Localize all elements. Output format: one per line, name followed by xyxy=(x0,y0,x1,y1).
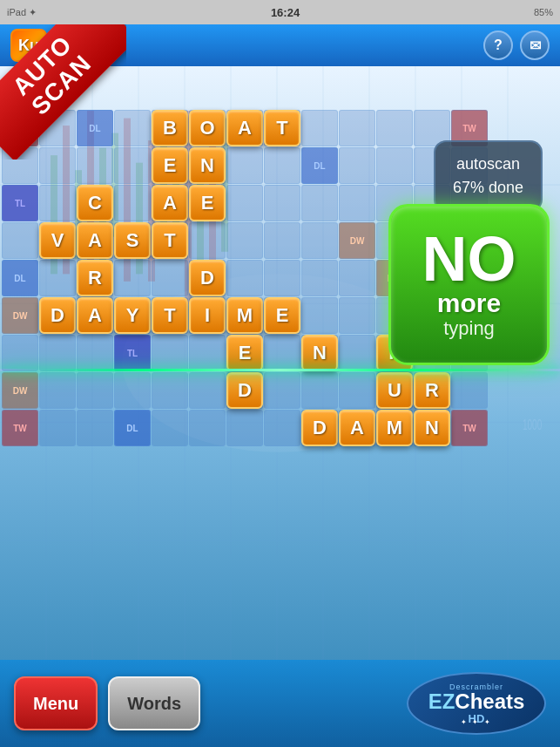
ez-text: EZ xyxy=(428,689,455,713)
tile-U-r13c10: U xyxy=(376,372,413,409)
tile-O-r6c5: O xyxy=(189,110,226,146)
tile-A-r6c6: A xyxy=(226,110,263,146)
cheats-text: Cheats xyxy=(455,689,524,713)
top-bar: Ku ? ✉ xyxy=(0,24,560,66)
status-time: 16:24 xyxy=(271,6,300,19)
special-cell-TL: TL xyxy=(2,185,38,221)
tile-M-r14c10: M xyxy=(376,410,413,446)
tile-R-r10c2: R xyxy=(77,260,113,296)
typing-label: typing xyxy=(443,316,495,342)
no-more-typing-button[interactable]: NO more typing xyxy=(388,204,550,365)
words-button[interactable]: Words xyxy=(108,676,200,730)
special-cell-TW: TW xyxy=(2,110,38,146)
tile-A-r9c2: A xyxy=(77,222,113,259)
mail-button[interactable]: ✉ xyxy=(520,31,550,60)
special-cell-TL: TL xyxy=(114,335,151,371)
game-area: 1000 1000 1000 autoscan 67% done NO more… xyxy=(0,66,560,660)
tile-Y-r11c3: Y xyxy=(114,297,151,334)
no-label: NO xyxy=(422,227,516,290)
tile-S-r9c3: S xyxy=(114,222,151,259)
tile-I-r11c5: I xyxy=(189,297,226,334)
tile-D-r13c6: D xyxy=(226,372,263,409)
bottom-bar: Menu Words Descrambler EZCheats HD ✦ ✦ ✦ xyxy=(0,660,560,747)
status-bar: iPad ✦ 16:24 85% xyxy=(0,0,560,24)
special-cell-TW: TW xyxy=(2,410,38,446)
status-battery: 85% xyxy=(534,7,553,17)
tile-C-r8c2: C xyxy=(77,185,113,221)
autoscan-text: autoscan 67% done xyxy=(453,155,523,196)
autoscan-bubble: autoscan 67% done xyxy=(434,140,543,212)
top-icons: ? ✉ xyxy=(476,31,550,60)
tile-N-r7c5: N xyxy=(189,147,226,184)
special-cell-TW: TW xyxy=(451,410,488,446)
tile-T-r11c4: T xyxy=(152,297,188,334)
ezcheats-logo: Descrambler EZCheats HD ✦ ✦ ✦ xyxy=(407,672,546,735)
app-logo: Ku xyxy=(10,29,47,62)
ezcheats-brand: EZCheats xyxy=(428,691,525,712)
tile-M-r11c6: M xyxy=(226,297,263,334)
tile-A-r8c4: A xyxy=(152,185,188,221)
help-button[interactable]: ? xyxy=(483,31,513,60)
special-cell-DL: DL xyxy=(2,260,38,296)
tile-E-r8c5: E xyxy=(189,185,226,221)
tile-A-r14c9: A xyxy=(339,410,375,446)
tile-R-r13c11: R xyxy=(414,372,450,409)
tile-T-r6c7: T xyxy=(264,110,300,146)
scan-line xyxy=(0,369,560,371)
special-cell-DL: DL xyxy=(301,147,338,184)
tile-N-r12c8: N xyxy=(301,335,338,371)
tile-E-r7c4: E xyxy=(152,147,188,184)
special-cell-DW: DW xyxy=(339,222,375,259)
tile-E-r11c7: E xyxy=(264,297,300,334)
tile-A-r11c2: A xyxy=(77,297,113,334)
tile-V-r9c1: V xyxy=(39,222,76,259)
tile-N-r14c11: N xyxy=(414,410,450,446)
special-cell-DW: DW xyxy=(2,297,38,334)
more-label: more xyxy=(437,290,501,316)
tile-T-r9c4: T xyxy=(152,222,188,259)
special-cell-DW: DW xyxy=(2,372,38,409)
tile-E-r12c6: E xyxy=(226,335,263,371)
tile-D-r11c1: D xyxy=(39,297,76,334)
status-device: iPad ✦ xyxy=(7,7,37,18)
tile-B-r6c4: B xyxy=(152,110,188,146)
menu-button[interactable]: Menu xyxy=(14,676,98,730)
ezcheats-star: ✦ ✦ ✦ xyxy=(461,718,491,726)
special-cell-DL: DL xyxy=(77,110,113,146)
special-cell-DL: DL xyxy=(114,410,151,446)
tile-D-r10c5: D xyxy=(189,260,226,296)
tile-D-r14c8: D xyxy=(301,410,338,446)
